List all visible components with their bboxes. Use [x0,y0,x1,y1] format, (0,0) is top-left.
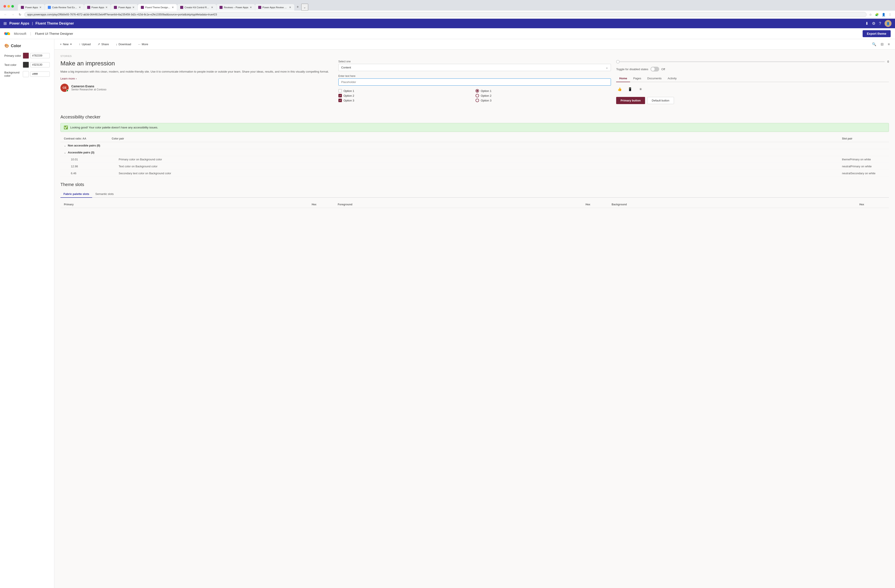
background-color-input[interactable] [30,71,50,77]
slider-input[interactable] [616,61,884,62]
upload-button[interactable]: ↑ Upload [78,42,92,47]
radio-3[interactable] [476,99,479,102]
non-accessible-row[interactable]: ⌄ Non accessible pairs (0) [61,142,889,149]
text-color-input[interactable] [30,62,50,67]
tab-review-tool[interactable]: Power Apps Review Tool -... ✕ [255,4,294,11]
tab-creator-kit[interactable]: Creator Kit Control Refere... ✕ [177,4,216,11]
share-button[interactable]: ↗ Share [96,42,110,47]
background-color-swatch[interactable] [23,71,29,77]
primary-color-swatch[interactable] [23,53,29,59]
bookmark-icon[interactable]: ☆ [868,12,873,17]
export-theme-button[interactable]: Export theme [863,30,890,37]
tab-close-3[interactable]: ✕ [105,6,108,9]
maximize-dot[interactable] [11,5,14,8]
add-tab-button[interactable]: + [294,3,301,11]
tab-code-review[interactable]: Code Review Tool Experim... ✕ [45,4,84,11]
tab-power-apps-1[interactable]: Power Apps ✕ [18,4,44,11]
ms-logo-yellow [8,33,10,35]
radio-2[interactable] [476,94,479,97]
tab-favicon-5 [141,6,144,9]
radios-column: Option 1 Option 2 Option 3 [476,89,611,103]
primary-button[interactable]: Primary button [616,97,645,104]
extensions-icon[interactable]: 🧩 [874,12,880,17]
browser-nav-icons: ☆ 🧩 👤 ⋮ [868,12,892,17]
controls-panel: Select one Content ⌄ Enter text here Opt… [338,60,611,104]
accessible-chevron-icon: ⌄ [64,151,66,154]
preview-description: Make a big impression with this clean, m… [61,70,333,74]
tab-close-7[interactable]: ✕ [250,6,252,9]
reload-button[interactable]: ↻ [17,12,23,17]
ratio-3: 6.46 [71,172,119,175]
tab-pages[interactable]: Pages [630,75,644,82]
fabric-tab[interactable]: Fabric palette slots [61,191,92,198]
close-dot[interactable] [3,5,6,8]
url-bar[interactable] [24,12,866,17]
checkbox-item-2: ✓ Option 2 [338,94,474,97]
text-color-swatch[interactable] [23,62,29,68]
tab-documents[interactable]: Documents [644,75,664,82]
success-banner: ✅ Looking good! Your color palette doesn… [61,123,889,132]
new-button[interactable]: + New ▼ [59,42,73,47]
tab-activity[interactable]: Activity [664,75,680,82]
semantic-tab[interactable]: Semantic slots [92,191,117,198]
tab-close-2[interactable]: ✕ [79,6,81,9]
theme-tabs: Fabric palette slots Semantic slots [61,191,889,198]
forward-button[interactable]: → [10,12,16,17]
checkbox-label-3: Option 3 [344,99,354,102]
user-card: CE Cameron Evans Senior Researcher at Co… [61,84,333,92]
download-button[interactable]: ↓ Download [115,42,132,47]
tab-fluent-designer[interactable]: Fluent Theme Designer - ... ✕ [138,4,177,11]
nav-bar: ← → ↻ ☆ 🧩 👤 ⋮ [0,11,895,19]
tab-favicon-6 [180,6,183,9]
toolbar-list-icon[interactable]: ≡ [887,41,890,47]
tab-close-4[interactable]: ✕ [132,6,135,9]
success-message: Looking good! Your color palette doesn't… [70,126,158,129]
tab-close-8[interactable]: ✕ [289,6,291,9]
thumbs-up-icon[interactable]: 👍 [616,86,623,92]
tab-close-5[interactable]: ✕ [172,6,174,9]
user-avatar[interactable]: 👤 [884,20,892,27]
back-button[interactable]: ← [3,12,8,17]
asterisk-icon[interactable]: ✳ [637,86,644,92]
learn-more-link[interactable]: Learn more › [61,77,333,80]
help-icon[interactable]: ? [879,21,881,26]
primary-color-input[interactable] [30,53,50,58]
more-options-icon[interactable]: ⋮ [887,12,892,17]
checkbox-1[interactable] [338,89,342,92]
toolbar-filter-icon[interactable]: ⊟ [880,41,884,47]
color-pair-3: Secondary text color on Background color [119,172,842,175]
tab-power-apps-3[interactable]: Power Apps ✕ [111,4,138,11]
accessible-data-row-1: 10.01 Primary color on Background color … [61,156,889,163]
accessible-row[interactable]: ⌄ Accessible pairs (3) [61,149,889,156]
more-button[interactable]: ··· More [137,42,149,47]
tab-close-6[interactable]: ✕ [211,6,213,9]
toggle-control[interactable] [651,67,659,71]
theme-header-foreground: Foreground [338,203,586,206]
toggle-thumb [651,67,655,71]
stories-label: STORIES [61,55,889,58]
settings-icon[interactable]: ⚙ [872,21,875,26]
minimize-dot[interactable] [8,5,10,8]
tab-power-apps-2[interactable]: Power Apps ✕ [84,4,111,11]
checkbox-3[interactable]: ✓ [338,99,342,102]
tab-close-1[interactable]: ✕ [39,6,41,9]
text-input-field[interactable] [338,79,611,86]
tab-label-3: Power Apps [91,6,104,9]
radio-label-3: Option 3 [481,99,491,102]
select-dropdown[interactable]: Content ⌄ [338,64,611,71]
slot-pair-3: neutralSecondary on white [842,172,886,175]
tab-home[interactable]: Home [616,75,630,82]
default-button[interactable]: Default button [647,97,674,104]
download-icon[interactable]: ⬇ [865,21,868,26]
toolbar-search-icon[interactable]: 🔍 [871,41,877,47]
slider-row: 0 [616,60,889,63]
tab-chevron-button[interactable]: ⌄ [301,4,308,11]
app-brand: Power Apps | Fluent Theme Designer [9,21,74,26]
profile-icon[interactable]: 👤 [881,12,886,17]
tab-reviews[interactable]: Reviews – Power Apps ✕ [217,4,255,11]
checkbox-2[interactable]: ✓ [338,94,342,97]
slot-pair-1: themePrimary on white [842,158,886,161]
radio-1[interactable] [476,89,479,92]
mobile-icon[interactable]: 📱 [626,86,634,92]
apps-grid-icon[interactable]: ⊞ [3,21,7,26]
